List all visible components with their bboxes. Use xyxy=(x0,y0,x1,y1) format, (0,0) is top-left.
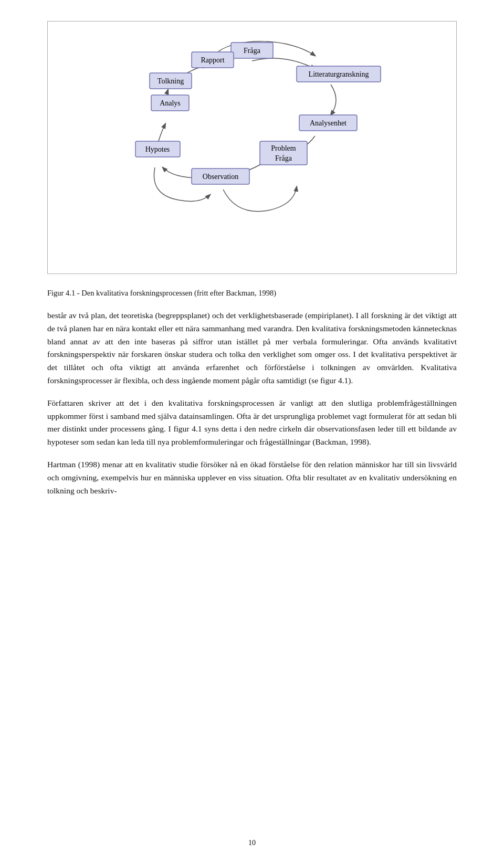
tolkning-label: Tolkning xyxy=(158,77,184,85)
fraga-top-label: Fråga xyxy=(244,47,261,55)
analysenhet-label: Analysenhet xyxy=(310,119,346,127)
hypotes-label: Hypotes xyxy=(145,145,170,153)
diagram-container: Fråga Rapport Litteraturgranskning Tolkn… xyxy=(47,21,457,274)
page-number: 10 xyxy=(248,839,256,847)
figure-caption: Figur 4.1 - Den kvalitativa forskningspr… xyxy=(47,289,457,298)
problem-label: Problem xyxy=(271,144,296,152)
rapport-label: Rapport xyxy=(201,56,224,64)
paragraph-2: Författaren skriver att det i den kvalit… xyxy=(47,397,457,449)
litteraturgranskning-label: Litteraturgranskning xyxy=(309,70,369,78)
paragraph-3: Hartman (1998) menar att en kvalitativ s… xyxy=(47,458,457,497)
paragraph-1: består av två plan, det teoretiska (begr… xyxy=(47,309,457,387)
analys-label: Analys xyxy=(160,99,181,107)
observation-label: Observation xyxy=(203,173,238,181)
research-process-diagram: Fråga Rapport Litteraturgranskning Tolkn… xyxy=(58,37,446,258)
problem-fraga-label: Fråga xyxy=(275,154,292,162)
page: Fråga Rapport Litteraturgranskning Tolkn… xyxy=(0,0,504,863)
